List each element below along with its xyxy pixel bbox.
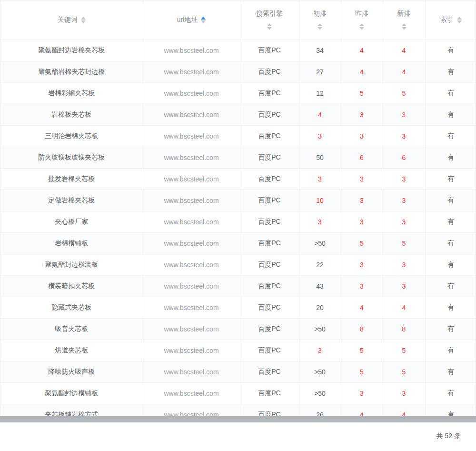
cell-keyword: 聚氨酯岩棉夹芯封边板 <box>0 61 143 82</box>
cell-search-engine: 百度PC <box>240 254 299 275</box>
cell-new-rank: 3 <box>383 275 425 297</box>
cell-new-rank: 4 <box>383 404 425 416</box>
cell-keyword: 吸音夹芯板 <box>0 318 143 340</box>
cell-initial-rank: 4 <box>299 104 341 125</box>
caret-down-icon <box>81 20 86 23</box>
cell-yesterday-rank: 3 <box>341 382 383 404</box>
cell-yesterday-rank: 3 <box>341 211 383 232</box>
column-header-keyword[interactable]: 关键词 <box>0 0 143 40</box>
cell-keyword: 夹心板厂家 <box>0 211 143 232</box>
cell-yesterday-rank: 4 <box>341 40 383 61</box>
cell-search-engine: 百度PC <box>240 190 299 211</box>
cell-index: 有 <box>425 40 476 61</box>
cell-initial-rank: 3 <box>299 168 341 190</box>
column-header-index[interactable]: 索引 <box>425 0 476 40</box>
cell-keyword: 聚氨酯封边岩棉夹芯板 <box>0 40 143 61</box>
cell-keyword: 烘道夹芯板 <box>0 340 143 361</box>
cell-search-engine: 百度PC <box>240 382 299 404</box>
caret-up-icon <box>317 23 322 26</box>
cell-initial-rank: 10 <box>299 190 341 211</box>
cell-url: www.bscsteel.com <box>143 61 240 82</box>
cell-new-rank: 4 <box>383 61 425 82</box>
cell-keyword: 横装暗扣夹芯板 <box>0 275 143 297</box>
cell-search-engine: 百度PC <box>240 232 299 254</box>
column-header-new-rank[interactable]: 新排 <box>383 0 425 40</box>
caret-up-icon <box>457 17 462 20</box>
column-header-search-engine[interactable]: 搜索引擎 <box>240 0 299 40</box>
cell-initial-rank: 26 <box>299 404 341 416</box>
cell-keyword: 岩棉横铺板 <box>0 232 143 254</box>
cell-url: www.bscsteel.com <box>143 82 240 104</box>
cell-index: 有 <box>425 318 476 340</box>
cell-url: www.bscsteel.com <box>143 361 240 382</box>
cell-yesterday-rank: 6 <box>341 147 383 168</box>
cell-initial-rank: 3 <box>299 211 341 232</box>
cell-initial-rank: 50 <box>299 147 341 168</box>
cell-index: 有 <box>425 382 476 404</box>
cell-yesterday-rank: 5 <box>341 340 383 361</box>
sort-carets-icon <box>201 17 206 23</box>
cell-yesterday-rank: 4 <box>341 297 383 318</box>
cell-index: 有 <box>425 297 476 318</box>
cell-initial-rank: >50 <box>299 232 341 254</box>
cell-url: www.bscsteel.com <box>143 275 240 297</box>
cell-search-engine: 百度PC <box>240 211 299 232</box>
cell-url: www.bscsteel.com <box>143 318 240 340</box>
cell-new-rank: 5 <box>383 232 425 254</box>
caret-down-icon <box>317 27 322 30</box>
caret-down-icon <box>457 20 462 23</box>
cell-url: www.bscsteel.com <box>143 297 240 318</box>
caret-up-icon <box>81 17 86 20</box>
cell-index: 有 <box>425 361 476 382</box>
header-row: 关键词 url地址 搜索引擎 初排 昨排 新排 索引 <box>0 0 476 40</box>
caret-down-icon <box>267 27 272 30</box>
column-header-initial-rank[interactable]: 初排 <box>299 0 341 40</box>
cell-keyword: 夹芯板铺岩棉方式 <box>0 404 143 416</box>
column-label: 初排 <box>313 10 327 18</box>
cell-new-rank: 5 <box>383 361 425 382</box>
caret-up-icon <box>402 23 407 26</box>
cell-new-rank: 3 <box>383 168 425 190</box>
table-row: 聚氨酯封边岩棉夹芯板www.bscsteel.com百度PC3444有 <box>0 40 476 61</box>
cell-new-rank: 3 <box>383 254 425 275</box>
cell-keyword: 降噪防火吸声板 <box>0 361 143 382</box>
table-row: 定做岩棉夹芯板www.bscsteel.com百度PC1033有 <box>0 190 476 211</box>
caret-up-icon <box>267 23 272 26</box>
caret-down-icon <box>201 20 206 23</box>
cell-index: 有 <box>425 82 476 104</box>
column-label: 新排 <box>397 10 411 18</box>
cell-keyword: 岩棉彩钢夹芯板 <box>0 82 143 104</box>
total-count: 共 52 条 <box>436 432 461 440</box>
table-row: 降噪防火吸声板www.bscsteel.com百度PC>5055有 <box>0 361 476 382</box>
sort-carets-icon <box>402 23 407 30</box>
table-row: 夹心板厂家www.bscsteel.com百度PC333有 <box>0 211 476 232</box>
cell-url: www.bscsteel.com <box>143 382 240 404</box>
cell-url: www.bscsteel.com <box>143 254 240 275</box>
caret-up-icon <box>359 23 364 26</box>
table-row: 横装暗扣夹芯板www.bscsteel.com百度PC4333有 <box>0 275 476 297</box>
table-row: 岩棉彩钢夹芯板www.bscsteel.com百度PC1255有 <box>0 82 476 104</box>
cell-yesterday-rank: 5 <box>341 82 383 104</box>
cell-search-engine: 百度PC <box>240 168 299 190</box>
table-row: 批发岩棉夹芯板www.bscsteel.com百度PC333有 <box>0 168 476 190</box>
caret-down-icon <box>359 27 364 30</box>
pagination-footer: 共 52 条 <box>0 432 476 441</box>
column-header-yesterday-rank[interactable]: 昨排 <box>341 0 383 40</box>
cell-url: www.bscsteel.com <box>143 232 240 254</box>
cell-search-engine: 百度PC <box>240 404 299 416</box>
cell-yesterday-rank: 3 <box>341 190 383 211</box>
column-header-url[interactable]: url地址 <box>143 0 240 40</box>
cell-url: www.bscsteel.com <box>143 168 240 190</box>
sort-carets-icon <box>457 17 462 23</box>
cell-yesterday-rank: 3 <box>341 125 383 147</box>
cell-yesterday-rank: 4 <box>341 404 383 416</box>
caret-up-icon <box>201 17 206 20</box>
cell-new-rank: 3 <box>383 104 425 125</box>
cell-yesterday-rank: 4 <box>341 61 383 82</box>
cell-search-engine: 百度PC <box>240 318 299 340</box>
column-label: 昨排 <box>355 10 368 18</box>
cell-initial-rank: 34 <box>299 40 341 61</box>
cell-new-rank: 5 <box>383 340 425 361</box>
horizontal-scrollbar-thumb[interactable] <box>0 416 476 422</box>
table-row: 岩棉板夹芯板www.bscsteel.com百度PC433有 <box>0 104 476 125</box>
